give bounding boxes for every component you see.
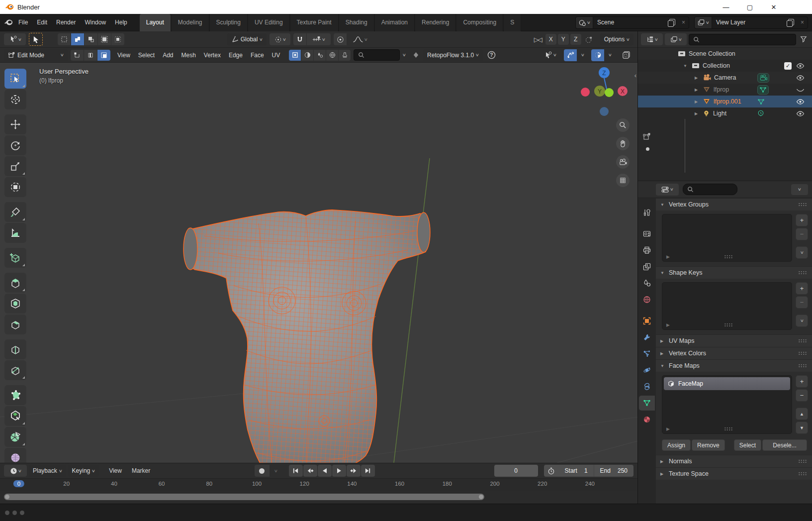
ruler-tick[interactable]: 220 [538, 481, 547, 487]
viewport-menu-item[interactable]: Vertex [200, 50, 225, 60]
assign-button[interactable]: Assign [662, 439, 691, 451]
outliner-item-label[interactable]: lfprop.001 [714, 98, 741, 105]
stamp-toggle[interactable] [339, 50, 351, 61]
face-map-list-item[interactable]: FaceMap [664, 377, 790, 390]
ruler-tick[interactable]: 120 [300, 481, 309, 487]
move-face-map-down-button[interactable]: ▼ [796, 421, 808, 434]
bevel-tool[interactable] [4, 314, 26, 334]
outliner-search-input[interactable] [689, 34, 796, 45]
tab-tool[interactable] [639, 205, 655, 220]
ruler-tick[interactable]: 240 [585, 481, 595, 487]
collection-checkbox[interactable]: ✓ [784, 62, 792, 70]
unlink-scene-icon[interactable]: × [678, 19, 689, 26]
next-keyframe-button[interactable] [347, 465, 361, 477]
browse-view-layer-button[interactable]: ∨ [695, 17, 712, 28]
tab-object-data[interactable] [639, 396, 655, 411]
ruler-tick[interactable]: 60 [159, 481, 165, 487]
list-resize-grip[interactable] [724, 323, 733, 327]
pivot-point-dropdown[interactable]: ∨ [270, 33, 290, 45]
panel-grip[interactable] [798, 351, 807, 355]
eye-open-icon[interactable] [796, 63, 805, 69]
panel-grip[interactable] [798, 271, 807, 275]
outliner-item-label[interactable]: Scene Collection [689, 50, 735, 57]
camera-view-button[interactable] [616, 155, 630, 169]
retopoflow-tool[interactable] [4, 406, 26, 426]
workspace-tab[interactable]: Rendering [415, 14, 456, 31]
ruler-tick[interactable]: 160 [395, 481, 404, 487]
tab-constraints[interactable] [639, 379, 655, 394]
ruler-tick[interactable]: 140 [347, 481, 357, 487]
playhead-current-frame[interactable]: 0 [13, 480, 24, 487]
select-mode-extend-button[interactable] [71, 33, 84, 45]
transform-tool[interactable] [4, 177, 26, 197]
viewport-menu-item[interactable]: Face [247, 50, 268, 60]
outliner-item-label[interactable]: Light [713, 110, 726, 117]
mirror-x-button[interactable]: X [545, 34, 556, 45]
expand-icon[interactable]: ▶ [692, 100, 701, 104]
shape-key-specials-dropdown[interactable]: ∨ [796, 314, 808, 327]
list-resize-grip[interactable] [724, 255, 733, 259]
outliner-row-collection[interactable]: ▼ Collection ✓ [638, 60, 812, 72]
mirror-y-button[interactable]: Y [558, 34, 569, 45]
auto-keying-toggle[interactable] [255, 465, 270, 477]
viewport-menu-item[interactable]: Mesh [178, 50, 200, 60]
xray-dropdown[interactable]: ∨ [605, 49, 616, 61]
knife-tool[interactable] [4, 360, 26, 380]
workspace-tab[interactable]: Texture Paint [290, 14, 339, 31]
vertex-select-button[interactable] [71, 50, 84, 61]
outliner-item-label[interactable]: Camera [714, 74, 736, 81]
face-maps-list[interactable]: FaceMap ▶ [662, 375, 792, 434]
workspace-tab[interactable]: Modeling [172, 14, 209, 31]
search-options-dropdown[interactable]: ∨ [402, 53, 406, 57]
remove-face-map-button[interactable]: − [796, 389, 808, 402]
workspace-tab[interactable]: S [504, 14, 521, 31]
tweak-tool-button[interactable] [29, 33, 43, 46]
menu-item[interactable]: File [14, 17, 32, 28]
workspace-tab[interactable]: Layout [140, 14, 171, 31]
view-layer-name-field[interactable]: View Layer [712, 19, 787, 26]
snap-settings-dropdown[interactable]: ∨ [307, 33, 331, 45]
outliner-display-mode-dropdown[interactable]: ∨ [641, 33, 663, 45]
move-tool[interactable] [4, 114, 26, 134]
tab-modifiers[interactable] [639, 330, 655, 345]
ruler-tick[interactable]: 180 [443, 481, 452, 487]
tab-scene[interactable] [639, 276, 655, 291]
annotate-tool[interactable] [4, 202, 26, 222]
panel-grip[interactable] [798, 203, 807, 207]
proportional-editing-toggle[interactable] [334, 33, 347, 45]
face-maps-panel-header[interactable]: ▼Face Maps [656, 359, 812, 372]
light-data-icon[interactable] [757, 110, 764, 117]
scale-tool[interactable] [4, 156, 26, 176]
extrude-region-tool[interactable] [4, 273, 26, 293]
jump-to-start-button[interactable] [289, 465, 303, 477]
list-filter-expander[interactable]: ▶ [666, 426, 670, 431]
workspace-tab[interactable]: Compositing [456, 14, 503, 31]
tab-output[interactable] [639, 243, 655, 258]
ruler-tick[interactable]: 200 [490, 481, 499, 487]
menu-item[interactable]: Render [52, 17, 80, 28]
snap-toggle-button[interactable] [293, 33, 306, 45]
auto-keying-dropdown[interactable]: ∨ [270, 465, 282, 477]
tab-view-layer[interactable] [639, 259, 655, 274]
pan-view-button[interactable] [616, 137, 630, 150]
close-button[interactable]: ✕ [770, 3, 777, 11]
shape-keys-list[interactable]: ▶ [662, 282, 792, 330]
uv-maps-panel-header[interactable]: ▶UV Maps [656, 334, 812, 347]
ruler-tick[interactable]: 80 [206, 481, 212, 487]
viewport-3d[interactable]: User Perspective (0) lfprop [0, 63, 637, 463]
remove-view-layer-icon[interactable]: × [797, 19, 808, 26]
list-filter-expander[interactable]: ▶ [666, 322, 670, 327]
viewport-search-input[interactable] [354, 49, 400, 61]
previous-keyframe-button[interactable] [303, 465, 317, 477]
keying-menu[interactable]: Keying∨ [68, 465, 99, 477]
workspace-tab[interactable]: UV Editing [248, 14, 290, 31]
texture-space-panel-header[interactable]: ▶Texture Space [656, 467, 812, 480]
move-face-map-up-button[interactable]: ▲ [796, 408, 808, 420]
outliner-row-lfprop-001[interactable]: ▶ lfprop.001 [638, 96, 812, 107]
select-box-tool[interactable] [4, 69, 26, 89]
overlays-dropdown[interactable]: ∨ [577, 49, 588, 61]
deselect-button[interactable]: Desele... [762, 439, 807, 451]
outliner-row-lfprop[interactable]: ▶ lfprop [638, 84, 812, 96]
eye-closed-icon[interactable] [796, 87, 805, 93]
sidebar-collapse-arrow[interactable]: ‹ [634, 72, 636, 79]
